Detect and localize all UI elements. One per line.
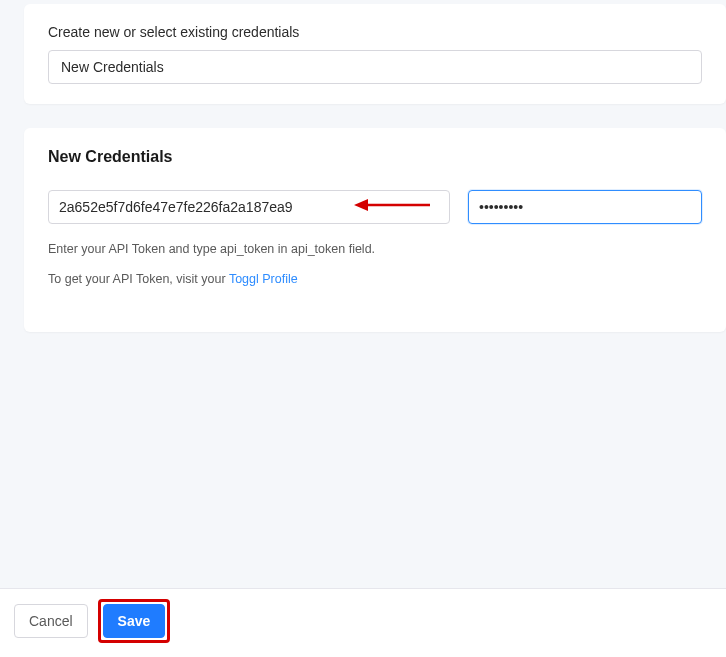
api-token-input[interactable] [48, 190, 450, 224]
section-title: New Credentials [48, 148, 702, 166]
new-credentials-panel: New Credentials Enter your API Token and… [24, 128, 726, 332]
save-highlight-annotation: Save [98, 599, 171, 643]
credentials-select-value: New Credentials [61, 59, 164, 75]
credentials-inputs-row [48, 190, 702, 224]
toggl-profile-link[interactable]: Toggl Profile [229, 272, 298, 286]
save-button[interactable]: Save [103, 604, 166, 638]
api-password-wrap [468, 190, 702, 224]
helper-text-1: Enter your API Token and type api_token … [48, 242, 702, 256]
selector-label: Create new or select existing credential… [48, 24, 702, 40]
credentials-select[interactable]: New Credentials [48, 50, 702, 84]
api-password-input[interactable] [468, 190, 702, 224]
helper-text-2-prefix: To get your API Token, visit your [48, 272, 229, 286]
api-token-wrap [48, 190, 450, 224]
credentials-selector-panel: Create new or select existing credential… [24, 4, 726, 104]
footer-bar: Cancel Save [0, 588, 726, 657]
helper-text-2: To get your API Token, visit your Toggl … [48, 272, 702, 286]
cancel-button[interactable]: Cancel [14, 604, 88, 638]
